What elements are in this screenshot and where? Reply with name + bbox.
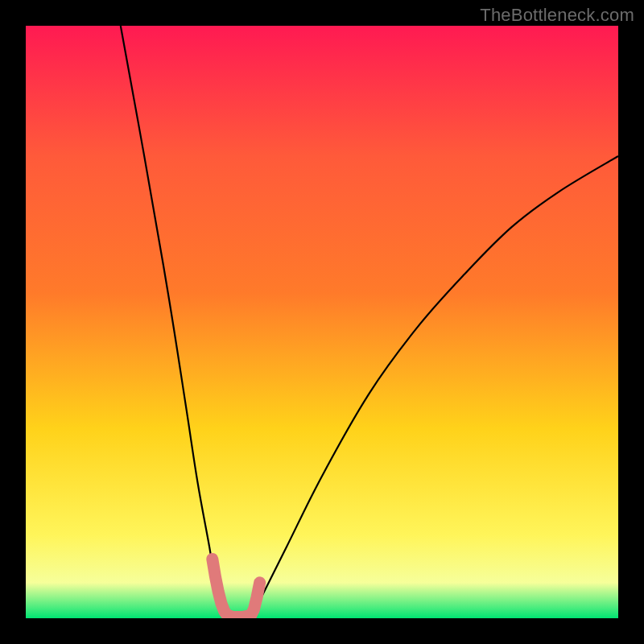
gradient-bg bbox=[26, 26, 618, 618]
chart-svg bbox=[26, 26, 618, 618]
watermark-branding: TheBottleneck.com bbox=[480, 5, 634, 26]
chart-frame: TheBottleneck.com bbox=[0, 0, 644, 644]
plot-area bbox=[26, 26, 618, 618]
